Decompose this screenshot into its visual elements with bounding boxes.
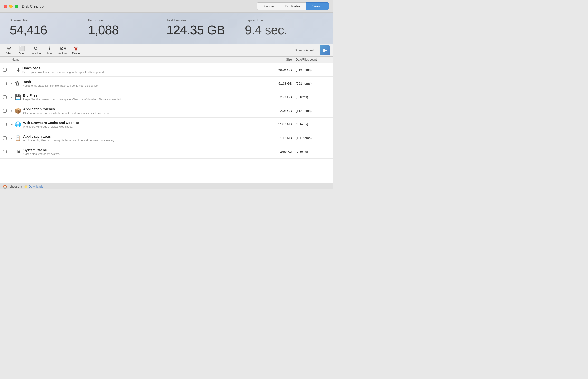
row-title-downloads: Downloads [22,66,104,70]
info-button[interactable]: ℹ Info [43,45,56,56]
row-desc-web-browsers: A temporary storage of visited web pages… [23,125,79,128]
expand-arrow[interactable]: ▶ [11,96,13,98]
row-checkbox-downloads[interactable] [3,68,7,72]
results-table: Name Size Date/Files count ⬇ Downloads D… [0,57,333,183]
expand-arrow[interactable]: ▶ [11,109,13,112]
row-size-system-cache: Zero KB [265,150,294,154]
row-desc-app-caches: Clear application caches which are not u… [23,111,111,114]
row-count-downloads: (216 items) [294,68,333,72]
table-row[interactable]: ▶ 💾 Big Files Large files that take up h… [0,90,333,104]
items-found-stat: Items found: 1,088 [88,18,167,37]
close-button[interactable] [4,5,7,8]
table-row[interactable]: ▶ 🌐 Web Browsers Cache and Cookies A tem… [0,118,333,131]
downloads-icon: ⬇ [16,67,20,73]
elapsed-time-value: 9.4 sec. [245,23,323,37]
titlebar: Disk Cleanup Scanner Duplicates Cleanup [0,0,333,13]
status-bar: 🏠 icheese › 📁 Downloads [0,183,333,190]
actions-button[interactable]: ⚙▾ Actions [56,45,70,56]
trash-icon: 🗑 [15,80,20,87]
row-checkbox-cell [0,136,10,140]
row-content-trash: Trash Premanently erase items in the Tra… [22,80,98,87]
system-cache-icon: 🖥 [16,149,21,155]
items-found-value: 1,088 [88,23,167,37]
row-checkbox-system-cache[interactable] [3,150,7,154]
table-row[interactable]: 🖥 System Cache Cache files created by sy… [0,145,333,158]
open-icon: ⬜ [19,46,25,51]
eye-icon: 👁 [7,46,12,51]
col-count: Date/Files count [294,58,333,61]
table-body: ⬇ Downloads Delete your downloaded items… [0,63,333,158]
big-files-icon: 💾 [15,94,21,100]
scanned-files-label: Scanned files: [10,18,88,22]
table-row[interactable]: ⬇ Downloads Delete your downloaded items… [0,63,333,77]
nav-buttons: Scanner Duplicates Cleanup [257,2,329,10]
expand-arrow[interactable]: ▶ [11,82,13,85]
row-size-big-files: 2.77 GB [265,95,294,99]
stats-area: Scanned files: 54,416 Items found: 1,088… [0,13,333,44]
row-name-cell-big-files: ▶ 💾 Big Files Large files that take up h… [10,94,265,101]
minimize-button[interactable] [9,5,13,8]
status-separator: › [21,185,22,189]
col-size: Size [265,58,294,61]
play-icon: ▶ [323,47,327,53]
home-icon: 🏠 [3,185,7,189]
toolbar: 👁 View ⬜ Open ↺ Location ℹ Info ⚙▾ Actio… [0,44,333,57]
info-label: Info [47,52,52,55]
traffic-lights [4,5,18,8]
view-label: View [6,52,12,55]
expand-arrow[interactable]: ▶ [11,123,13,126]
folder-icon: 📁 [24,185,28,188]
duplicates-button[interactable]: Duplicates [280,2,306,10]
info-icon: ℹ [49,46,51,51]
row-checkbox-big-files[interactable] [3,95,7,99]
actions-icon: ⚙▾ [59,46,66,51]
location-button[interactable]: ↺ Location [28,45,43,56]
row-checkbox-cell [0,82,10,85]
open-label: Open [19,52,25,55]
total-size-label: Total files size: [166,18,245,22]
row-count-web-browsers: (3 items) [294,123,333,126]
expand-arrow[interactable]: ▶ [11,137,13,139]
row-content-web-browsers: Web Browsers Cache and Cookies A tempora… [23,121,79,128]
table-row[interactable]: ▶ 📋 Application Logs Application log fil… [0,131,333,145]
row-desc-app-logs: Application log files can grow quite lar… [23,139,115,142]
delete-label: Delete [72,52,80,55]
items-found-label: Items found: [88,18,167,22]
row-desc-downloads: Delete your downloaded items according t… [22,71,104,74]
delete-button[interactable]: 🗑 Delete [70,45,82,56]
row-desc-big-files: Large files that take up hard drive spac… [23,98,122,101]
row-count-big-files: (9 items) [294,95,333,99]
row-checkbox-app-caches[interactable] [3,109,7,112]
row-name-cell-web-browsers: ▶ 🌐 Web Browsers Cache and Cookies A tem… [10,121,265,128]
app-caches-icon: 📦 [15,108,21,114]
row-count-app-caches: (112 items) [294,109,333,112]
row-name-cell-system-cache: 🖥 System Cache Cache files created by sy… [10,148,265,155]
row-checkbox-cell [0,150,10,154]
open-button[interactable]: ⬜ Open [16,45,28,56]
row-size-trash: 51.38 GB [265,82,294,85]
status-location-link[interactable]: 📁 Downloads [24,185,43,188]
cleanup-button[interactable]: Cleanup [306,2,329,10]
table-row[interactable]: ▶ 📦 Application Caches Clear application… [0,104,333,118]
row-checkbox-web-browsers[interactable] [3,123,7,126]
scanner-button[interactable]: Scanner [257,2,280,10]
row-content-app-logs: Application Logs Application log files c… [23,134,115,142]
scan-status: Scan finished [295,48,314,52]
row-desc-system-cache: Cache files created by system. [23,153,60,155]
row-size-web-browsers: 112.7 MB [265,123,294,126]
row-count-app-logs: (160 items) [294,136,333,140]
maximize-button[interactable] [15,5,18,8]
scan-play-button[interactable]: ▶ [319,45,330,55]
row-checkbox-app-logs[interactable] [3,136,7,140]
row-size-downloads: 68.05 GB [265,68,294,72]
table-row[interactable]: ▶ 🗑 Trash Premanently erase items in the… [0,77,333,90]
row-checkbox-trash[interactable] [3,82,7,85]
row-checkbox-cell [0,123,10,126]
total-size-value: 124.35 GB [166,23,245,37]
row-title-app-caches: Application Caches [23,107,111,111]
status-location: Downloads [29,185,43,188]
view-button[interactable]: 👁 View [3,45,16,56]
row-name-cell-trash: ▶ 🗑 Trash Premanently erase items in the… [10,80,265,87]
row-size-app-caches: 2.03 GB [265,109,294,112]
total-size-stat: Total files size: 124.35 GB [166,18,245,37]
